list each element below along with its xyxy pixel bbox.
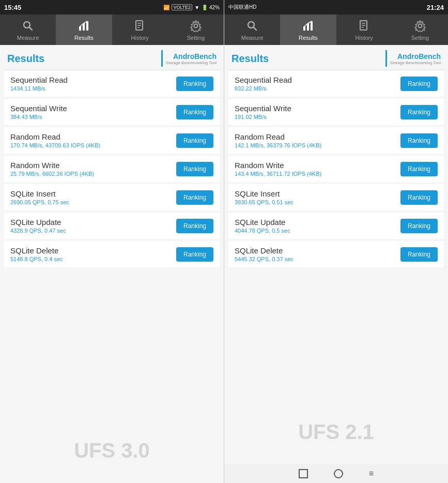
ranking-button[interactable]: Ranking xyxy=(176,162,213,176)
content-area: Results AndroBench Storage Benchmarking … xyxy=(0,45,224,483)
tab-setting[interactable]: Setting xyxy=(168,14,224,45)
tab-setting[interactable]: Setting xyxy=(392,14,448,45)
bench-item: Sequential Read832.22 MB/sRanking xyxy=(228,70,444,97)
bench-item: Random Read142.1 MB/s, 36379.76 IOPS (4K… xyxy=(228,127,444,154)
tab-label: Setting xyxy=(187,35,205,41)
logo-subtitle: Storage Benchmarking Tool xyxy=(390,61,441,65)
bench-item: SQLite Update4044.78 QPS, 0.5 secRanking xyxy=(228,213,444,239)
history-icon xyxy=(357,19,372,33)
tab-measure[interactable]: Measure xyxy=(224,14,280,45)
svg-rect-14 xyxy=(311,21,313,31)
bench-info: SQLite Insert2690.05 QPS, 0.75 sec xyxy=(10,189,69,205)
bench-item: Sequential Read1434.11 MB/sRanking xyxy=(4,70,220,97)
ranking-button[interactable]: Ranking xyxy=(400,190,438,205)
ranking-button[interactable]: Ranking xyxy=(176,133,213,148)
ranking-button[interactable]: Ranking xyxy=(400,162,438,176)
ranking-button[interactable]: Ranking xyxy=(400,105,438,119)
ranking-button[interactable]: Ranking xyxy=(400,133,438,148)
svg-line-11 xyxy=(254,27,257,31)
phone-right: 中国联通HD 21:24 Measure Results History Set… xyxy=(224,0,448,483)
bench-item: Sequential Write191.02 MB/sRanking xyxy=(228,99,444,125)
ranking-button[interactable]: Ranking xyxy=(176,190,213,205)
bench-info: Random Write143.4 MB/s, 36711.72 IOPS (4… xyxy=(235,161,321,177)
logo-andro: Andro xyxy=(173,52,194,61)
ranking-button[interactable]: Ranking xyxy=(176,247,213,262)
ranking-button[interactable]: Ranking xyxy=(176,105,213,119)
svg-point-19 xyxy=(418,24,422,28)
bench-item: Random Write143.4 MB/s, 36711.72 IOPS (4… xyxy=(228,156,444,182)
phones-container: 15:45 📶 VOLTE2 ▼ 🔋 42% Measure Results H… xyxy=(0,0,448,483)
svg-line-1 xyxy=(29,27,33,31)
logo-text-block: AndroBench Storage Benchmarking Tool xyxy=(166,52,217,65)
tab-label: Results xyxy=(74,35,94,41)
svg-point-9 xyxy=(194,24,197,28)
androbench-logo: AndroBench Storage Benchmarking Tool xyxy=(385,50,441,67)
svg-rect-12 xyxy=(303,26,305,31)
tab-history[interactable]: History xyxy=(112,14,168,45)
logo-name: AndroBench xyxy=(173,52,217,61)
bench-value: 143.4 MB/s, 36711.72 IOPS (4KB) xyxy=(235,171,321,177)
bench-item: SQLite Delete5148.8 QPS, 0.4 secRanking xyxy=(4,241,220,267)
back-button[interactable] xyxy=(299,469,308,478)
nav-tabs: Measure Results History Setting xyxy=(0,14,224,45)
logo-bench: Bench xyxy=(194,52,217,61)
home-button[interactable] xyxy=(334,469,343,478)
bench-name: Sequential Write xyxy=(235,104,291,113)
status-carrier: 中国联通HD xyxy=(228,4,256,11)
history-icon xyxy=(133,19,147,33)
logo-name: AndroBench xyxy=(397,52,441,61)
logo-bar xyxy=(161,50,163,67)
bench-name: SQLite Delete xyxy=(10,246,63,255)
ranking-button[interactable]: Ranking xyxy=(400,77,438,91)
tab-results[interactable]: Results xyxy=(56,14,112,45)
bench-name: Random Read xyxy=(10,132,100,141)
bench-name: SQLite Delete xyxy=(235,246,293,255)
results-header: Results AndroBench Storage Benchmarking … xyxy=(0,45,224,70)
tab-label: Results xyxy=(299,35,318,41)
ranking-button[interactable]: Ranking xyxy=(176,77,213,91)
bench-value: 4328.9 QPS, 0.47 sec xyxy=(10,228,66,234)
bench-name: SQLite Update xyxy=(10,218,66,227)
ranking-button[interactable]: Ranking xyxy=(400,219,438,233)
bench-item: SQLite Insert3930.65 QPS, 0.51 secRankin… xyxy=(228,184,444,210)
tab-label: Measure xyxy=(17,35,39,41)
bench-name: Sequential Read xyxy=(235,76,292,84)
bench-info: Sequential Read1434.11 MB/s xyxy=(10,76,68,92)
bench-item: SQLite Insert2690.05 QPS, 0.75 secRankin… xyxy=(4,184,220,210)
bench-info: Sequential Write384.43 MB/s xyxy=(10,104,67,120)
tab-results[interactable]: Results xyxy=(280,14,336,45)
bench-value: 3930.65 QPS, 0.51 sec xyxy=(235,199,293,205)
ranking-button[interactable]: Ranking xyxy=(400,247,438,262)
results-title: Results xyxy=(7,53,44,65)
bench-item: SQLite Update4328.9 QPS, 0.47 secRanking xyxy=(4,213,220,239)
status-time: 21:24 xyxy=(427,4,444,11)
bench-info: Sequential Write191.02 MB/s xyxy=(235,104,291,120)
bottom-nav: ≡ xyxy=(224,464,448,483)
tab-label: Measure xyxy=(241,35,264,41)
bench-info: Sequential Read832.22 MB/s xyxy=(235,76,292,92)
tab-measure[interactable]: Measure xyxy=(0,14,56,45)
bench-info: SQLite Update4328.9 QPS, 0.47 sec xyxy=(10,218,66,234)
bench-info: SQLite Update4044.78 QPS, 0.5 sec xyxy=(235,218,290,234)
bench-name: SQLite Insert xyxy=(235,189,293,198)
phone-left: 15:45 📶 VOLTE2 ▼ 🔋 42% Measure Results H… xyxy=(0,0,224,483)
ranking-button[interactable]: Ranking xyxy=(176,219,213,233)
bench-name: Random Write xyxy=(10,161,94,170)
bench-name: Sequential Read xyxy=(10,76,68,84)
bench-info: SQLite Delete5445.32 QPS, 0.37 sec xyxy=(235,246,293,262)
bench-value: 2690.05 QPS, 0.75 sec xyxy=(10,199,69,205)
svg-rect-2 xyxy=(79,26,81,31)
tab-history[interactable]: History xyxy=(336,14,392,45)
results-header: Results AndroBench Storage Benchmarking … xyxy=(224,45,448,70)
bench-name: Random Write xyxy=(235,161,321,170)
nav-tabs: Measure Results History Setting xyxy=(224,14,448,45)
bench-value: 4044.78 QPS, 0.5 sec xyxy=(235,228,290,234)
results-icon xyxy=(76,19,91,33)
recents-button[interactable]: ≡ xyxy=(369,469,374,478)
status-icons: 📶 VOLTE2 ▼ 🔋 42% xyxy=(163,4,220,10)
bench-item: Sequential Write384.43 MB/sRanking xyxy=(4,99,220,125)
measure-icon xyxy=(245,19,259,33)
results-title: Results xyxy=(231,53,269,65)
status-bar: 15:45 📶 VOLTE2 ▼ 🔋 42% xyxy=(0,0,224,14)
tab-label: History xyxy=(356,35,373,41)
